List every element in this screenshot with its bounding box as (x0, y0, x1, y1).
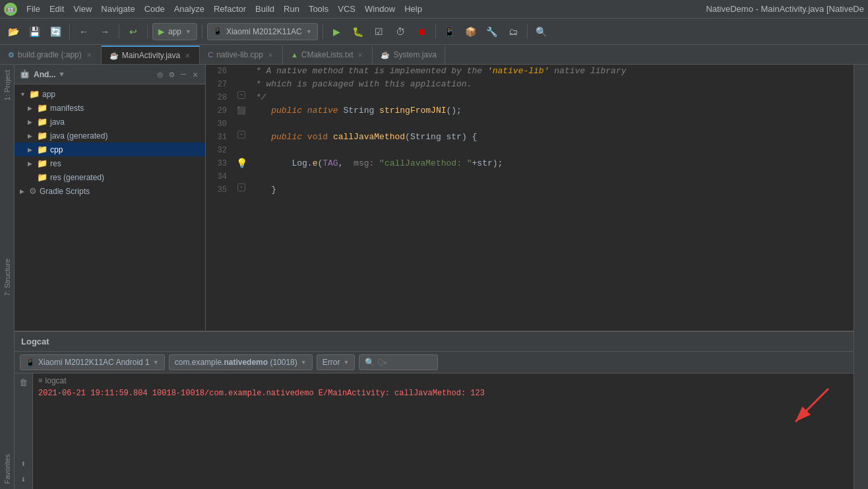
menu-refactor[interactable]: Refactor (210, 3, 250, 15)
structure-btn[interactable]: 🗂 (504, 22, 522, 41)
menu-code[interactable]: Code (140, 3, 169, 15)
level-select[interactable]: Error ▼ (317, 354, 356, 370)
menu-bar: 🤖 File Edit View Navigate Code Analyze R… (0, 0, 868, 18)
back-btn[interactable]: ← (75, 22, 93, 41)
panel-close-icon[interactable]: ✕ (191, 69, 200, 81)
save-btn[interactable]: 💾 (25, 22, 44, 41)
tab-mainactivity[interactable]: ☕ MainActivity.java ✕ (102, 46, 200, 64)
search-everywhere-btn[interactable]: 🔍 (532, 22, 551, 41)
tree-res[interactable]: ▶ 📁 res (15, 156, 205, 170)
package-select-label: com.example.nativedemo (10018) (175, 358, 297, 367)
cmake-icon: ▲ (291, 51, 298, 59)
device-select[interactable]: 📱 Xiaomi M2012K11AC Android 1 ▼ (20, 354, 165, 370)
code-line-33: 33 💡 Log.e(TAG, msg: "callJavaMethod: "+… (206, 157, 853, 170)
fold-icon-28[interactable]: - (237, 91, 245, 99)
logcat-toolbar: 📱 Xiaomi M2012K11AC Android 1 ▼ com.exam… (15, 352, 853, 374)
profile-btn[interactable]: ⏱ (391, 22, 410, 41)
project-vtab[interactable]: 1: Project (1, 65, 13, 106)
logcat-row-label: logcat (46, 376, 67, 385)
tab-gradle-label: build.gradle (:app) (18, 50, 82, 59)
clear-logcat-btn[interactable]: 🗑 (17, 376, 30, 389)
menu-window[interactable]: Window (361, 3, 399, 15)
tree-app[interactable]: ▼ 📁 app (15, 87, 205, 101)
cpp-folder-icon: 📁 (37, 145, 47, 154)
package-select[interactable]: com.example.nativedemo (10018) ▼ (169, 354, 313, 370)
line-num-35: 35 (206, 183, 235, 197)
code-line-26: 26 * A native method that is implemented… (206, 65, 853, 78)
panel-header-title: And... (34, 70, 55, 79)
tab-system[interactable]: ☕ System.java (373, 46, 445, 64)
tree-gradle-arrow: ▶ (20, 188, 26, 195)
tree-cpp[interactable]: ▶ 📁 cpp (15, 143, 205, 156)
scroll-down-btn[interactable]: ⬇ (17, 473, 30, 486)
menu-help[interactable]: Help (400, 3, 426, 15)
forward-btn[interactable]: → (96, 22, 114, 41)
line-content-27: * which is packaged with this applicatio… (248, 78, 853, 91)
arrow-annotation (782, 382, 835, 438)
tree-java[interactable]: ▶ 📁 java (15, 115, 205, 129)
run-btn[interactable]: ▶ (328, 22, 346, 41)
tree-manifests[interactable]: ▶ 📁 manifests (15, 101, 205, 115)
structure-vtab[interactable]: 7: Structure (1, 253, 13, 302)
logcat-search[interactable]: 🔍 Q▸ (359, 354, 438, 370)
panel-locate-icon[interactable]: ◎ (156, 69, 165, 81)
menu-run[interactable]: Run (280, 3, 303, 15)
logcat-content[interactable]: ≡ logcat 2021-06-21 19:11:59.804 10018-1… (33, 374, 853, 489)
android-small-icon: 🤖 (20, 69, 30, 79)
tab-system-label: System.java (393, 50, 436, 59)
fold-icon-31[interactable]: - (237, 131, 245, 139)
fold-icon-35[interactable]: - (237, 183, 245, 191)
stop-btn[interactable]: ⏹ (412, 22, 431, 41)
panel-dropdown-arrow[interactable]: ▼ (59, 71, 64, 79)
tree-java-gen[interactable]: ▶ 📁 java (generated) (15, 129, 205, 143)
panel-collapse-icon[interactable]: — (179, 69, 188, 81)
favorites-vtab[interactable]: Favorites (1, 449, 13, 489)
tab-nativelib-close[interactable]: ✕ (266, 51, 274, 59)
tree-manifests-label: manifests (50, 104, 84, 113)
bulb-icon-33[interactable]: 💡 (236, 157, 247, 170)
tree-app-arrow: ▼ (20, 91, 26, 98)
menu-analyze[interactable]: Analyze (170, 3, 208, 15)
line-num-32: 32 (206, 144, 235, 157)
menu-file[interactable]: File (22, 3, 44, 15)
coverage-btn[interactable]: ☑ (370, 22, 388, 41)
gutter-29: ⬛ (235, 104, 248, 117)
tab-nativelib[interactable]: C native-lib.cpp ✕ (200, 46, 283, 64)
tree-cpp-arrow: ▶ (28, 147, 34, 153)
menu-vcs[interactable]: VCS (334, 3, 359, 15)
logcat-title: Logcat (21, 337, 49, 346)
tab-mainactivity-close[interactable]: ✕ (183, 51, 191, 60)
tab-gradle[interactable]: ⚙ build.gradle (:app) ✕ (0, 46, 102, 64)
panel-settings-icon[interactable]: ⚙ (168, 69, 177, 81)
tab-cmake-close[interactable]: ✕ (356, 51, 364, 59)
open-btn[interactable]: 📂 (4, 22, 22, 41)
tab-cmake[interactable]: ▲ CMakeLists.txt ✕ (283, 46, 373, 64)
tree-res-gen[interactable]: 📁 res (generated) (15, 170, 205, 184)
app-dropdown[interactable]: ▶ app ▼ (152, 23, 197, 40)
menu-navigate[interactable]: Navigate (97, 3, 139, 15)
device-dropdown[interactable]: 📱 Xiaomi M2012K11AC ▼ (207, 23, 318, 40)
scroll-up-btn[interactable]: ⬆ (17, 457, 30, 471)
menu-edit[interactable]: Edit (46, 3, 68, 15)
sdk-btn[interactable]: 📦 (462, 22, 480, 41)
sync-btn[interactable]: 🔄 (46, 22, 65, 41)
android-logo: 🤖 (4, 3, 17, 16)
menu-tools[interactable]: Tools (305, 3, 332, 15)
tree-gradle-scripts[interactable]: ▶ ⚙ Gradle Scripts (15, 184, 205, 198)
device-arrow-icon: ▼ (306, 28, 312, 35)
debug-btn[interactable]: 🐛 (349, 22, 367, 41)
sync2-btn[interactable]: 🔧 (483, 22, 501, 41)
level-select-label: Error (323, 358, 340, 367)
line-num-31: 31 (206, 131, 235, 144)
phone-icon: 📱 (26, 358, 35, 367)
menu-view[interactable]: View (69, 3, 96, 15)
tab-gradle-close[interactable]: ✕ (85, 51, 93, 59)
undo-btn[interactable]: ↩ (124, 22, 142, 41)
menu-build[interactable]: Build (251, 3, 278, 15)
line-num-34: 34 (206, 170, 235, 183)
code-line-28: 28 - */ (206, 91, 853, 104)
line-content-35: } (248, 183, 853, 197)
avd-btn[interactable]: 📱 (441, 22, 459, 41)
gutter-33: 💡 (235, 157, 248, 170)
res-gen-folder-icon: 📁 (37, 172, 47, 182)
